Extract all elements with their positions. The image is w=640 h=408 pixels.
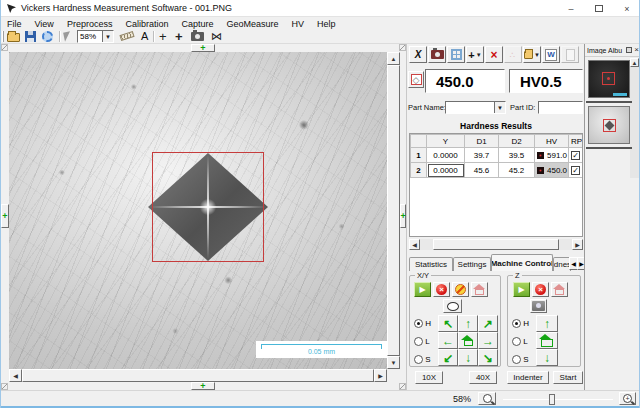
cell-rp[interactable]: ✓ — [569, 148, 583, 163]
scroll-down-icon[interactable]: ▼ — [387, 356, 400, 369]
cell-hv[interactable]: 450.0 — [535, 163, 569, 178]
z-radio-l[interactable]: L — [512, 337, 528, 346]
close-button[interactable]: × — [613, 0, 640, 17]
z-home-button[interactable] — [551, 282, 568, 297]
zoom-combobox[interactable]: 58% ▼ — [77, 30, 114, 43]
scroll-right-icon[interactable]: ▶ — [374, 369, 387, 382]
start-button[interactable]: Start — [553, 371, 583, 384]
move-right-button[interactable]: → — [478, 332, 498, 349]
compare-button[interactable]: ⋈ — [211, 30, 222, 43]
xy-emergency-button[interactable] — [452, 282, 469, 297]
scroll-up-icon[interactable]: ▲ — [387, 52, 400, 65]
save-button[interactable] — [25, 31, 36, 42]
cell-hv[interactable]: 591.0 — [535, 148, 569, 163]
nudge-left-button[interactable]: + — [1, 204, 9, 228]
scroll-up-icon[interactable]: ▲ — [630, 58, 639, 67]
xy-radio-l[interactable]: L — [414, 337, 430, 346]
z-stop-button[interactable]: × — [532, 282, 549, 297]
xy-radio-h[interactable]: H — [414, 319, 431, 328]
checkbox-checked-icon[interactable]: ✓ — [571, 151, 580, 160]
album-scrollbar[interactable]: ▲ — [630, 58, 639, 178]
checkbox-checked-icon[interactable]: ✓ — [571, 166, 580, 175]
center-stage-button[interactable]: + — [175, 29, 183, 44]
table-row[interactable]: 2 0.0000 45.6 45.2 450.0 ✓ — [411, 163, 583, 178]
diamond-indicator-button[interactable]: ◇ — [408, 71, 424, 88]
menu-hv[interactable]: HV — [292, 19, 305, 29]
objective-40x-button[interactable]: 40X — [469, 371, 497, 384]
part-id-input[interactable] — [538, 101, 583, 114]
open-results-button[interactable]: ▼ — [523, 46, 541, 63]
z-autofocus-button[interactable] — [530, 299, 547, 313]
column-header-d2[interactable]: D2 — [499, 135, 535, 148]
column-header-d1[interactable]: D1 — [465, 135, 499, 148]
capture-image-button[interactable] — [428, 46, 446, 63]
scroll-thumb[interactable] — [433, 239, 559, 250]
indenter-button[interactable]: Indenter — [507, 371, 549, 384]
measure-tool-button[interactable] — [120, 33, 134, 39]
measurement-selection-box[interactable] — [152, 152, 264, 262]
nudge-down-button[interactable]: + — [191, 382, 215, 390]
move-stage-button[interactable]: +▼ — [466, 46, 484, 63]
menu-view[interactable]: View — [35, 19, 54, 29]
open-file-button[interactable] — [7, 33, 20, 42]
minimize-button[interactable]: – — [557, 0, 585, 17]
move-up-left-button[interactable]: ↖ — [438, 315, 458, 332]
zoom-out-button[interactable] — [478, 392, 496, 405]
grid-overlay-button[interactable] — [447, 46, 465, 63]
viewer-corner-grip[interactable] — [399, 44, 406, 51]
z-goto-home-button[interactable] — [536, 332, 558, 349]
text-tool-button[interactable]: A — [141, 30, 148, 42]
xy-stop-button[interactable]: × — [433, 282, 450, 297]
xy-start-button[interactable]: ▶ — [414, 282, 431, 297]
cell-d2[interactable]: 39.5 — [499, 148, 535, 163]
part-name-combobox[interactable]: ▼ — [445, 101, 506, 114]
xy-home-button[interactable] — [471, 282, 488, 297]
z-down-button[interactable]: ↓ — [536, 349, 558, 366]
export-word-button[interactable]: W — [542, 46, 560, 63]
pin-icon[interactable] — [626, 47, 632, 53]
capture-button[interactable] — [191, 32, 204, 41]
cell-d2[interactable]: 45.2 — [499, 163, 535, 178]
viewer-corner-grip[interactable] — [399, 383, 406, 390]
vertical-scroll-thumb[interactable] — [387, 65, 400, 356]
maximize-button[interactable] — [585, 0, 613, 17]
z-radio-h[interactable]: H — [512, 319, 529, 328]
z-start-button[interactable]: ▶ — [513, 282, 530, 297]
move-left-button[interactable]: ← — [438, 332, 458, 349]
chevron-down-icon[interactable]: ▼ — [102, 31, 113, 42]
viewer-horizontal-scrollbar[interactable]: ◀ ▶ — [9, 369, 387, 382]
z-radio-s[interactable]: S — [512, 355, 529, 364]
delete-result-button[interactable]: × — [485, 46, 503, 63]
xy-radio-s[interactable]: S — [414, 355, 431, 364]
move-up-right-button[interactable]: ↗ — [478, 315, 498, 332]
zoom-slider-thumb[interactable] — [549, 394, 555, 405]
tab-settings[interactable]: Settings — [453, 257, 491, 271]
menu-capture[interactable]: Capture — [181, 19, 213, 29]
menu-calibration[interactable]: Calibration — [125, 19, 168, 29]
zoom-in-button[interactable]: + — [619, 392, 636, 405]
cell-d1[interactable]: 39.7 — [465, 148, 499, 163]
viewer-corner-grip[interactable] — [1, 383, 8, 390]
z-up-button[interactable]: ↑ — [536, 315, 558, 332]
tab-statistics[interactable]: Statistics — [409, 257, 453, 271]
column-header-y[interactable]: Y — [427, 135, 465, 148]
scroll-left-icon[interactable]: ◀ — [9, 369, 22, 382]
move-up-button[interactable]: ↑ — [458, 315, 478, 332]
zoom-slider-track[interactable] — [503, 399, 613, 400]
viewer-vertical-scrollbar[interactable]: ▲ ▼ — [387, 52, 400, 369]
cell-rp[interactable]: ✓ — [569, 163, 583, 178]
horizontal-scroll-thumb[interactable] — [22, 369, 374, 382]
menu-preprocess[interactable]: Preprocess — [67, 19, 113, 29]
album-thumbnail-1[interactable] — [588, 60, 630, 98]
objective-10x-button[interactable]: 10X — [415, 371, 443, 384]
cell-d1[interactable]: 45.6 — [465, 163, 499, 178]
micrograph-image[interactable]: 0.05 mm — [9, 52, 387, 369]
move-down-left-button[interactable]: ↙ — [438, 349, 458, 366]
settings-button[interactable] — [42, 31, 53, 42]
cell-y[interactable]: 0.0000 — [427, 163, 465, 178]
viewer-corner-grip[interactable] — [1, 44, 8, 51]
scroll-left-icon[interactable]: ◀ — [409, 239, 420, 250]
nudge-up-button[interactable]: + — [191, 44, 215, 52]
results-horizontal-scrollbar[interactable]: ◀ ▶ — [409, 239, 583, 250]
xy-ellipse-button[interactable] — [443, 299, 462, 313]
